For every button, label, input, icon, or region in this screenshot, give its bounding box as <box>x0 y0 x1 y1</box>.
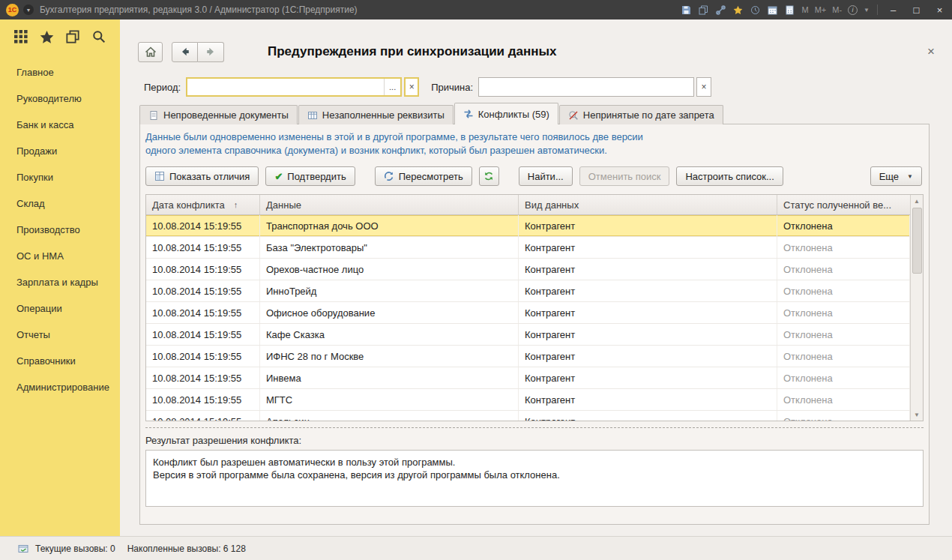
calendar-icon[interactable] <box>767 4 778 16</box>
calculator-icon[interactable] <box>784 4 795 16</box>
reason-clear-button[interactable]: × <box>696 77 711 97</box>
scroll-up-icon[interactable]: ▲ <box>911 195 923 207</box>
window-close-button[interactable]: × <box>930 3 949 17</box>
review-button[interactable]: Пересмотреть <box>375 166 472 186</box>
table-icon <box>307 110 318 121</box>
sidebar-item[interactable]: Склад <box>0 190 120 217</box>
minimize-button[interactable]: – <box>884 3 903 17</box>
column-header-data[interactable]: Данные <box>260 195 519 214</box>
sidebar-item[interactable]: Покупки <box>0 164 120 190</box>
confirm-button[interactable]: ✔ Подтвердить <box>265 166 355 186</box>
cell-data-kind: Контрагент <box>519 389 777 410</box>
sidebar-item[interactable]: Отчеты <box>0 322 120 348</box>
table-row[interactable]: 10.08.2014 15:19:55 Апельсин Контрагент … <box>146 411 910 421</box>
favorites-icon[interactable] <box>40 29 55 44</box>
configure-list-button[interactable]: Настроить список... <box>676 166 783 186</box>
period-choose-button[interactable]: ... <box>384 79 400 95</box>
sidebar-item[interactable]: Продажи <box>0 138 120 164</box>
memory-m-minus-button[interactable]: M- <box>832 5 842 14</box>
sidebar-item[interactable]: Справочники <box>0 348 120 374</box>
table-row[interactable]: 10.08.2014 15:19:55 Офисное оборудование… <box>146 302 910 324</box>
sidebar-item[interactable]: Банк и касса <box>0 112 120 138</box>
tab-rejected-by-date[interactable]: Непринятые по дате запрета <box>559 105 723 124</box>
sidebar-item[interactable]: ОС и НМА <box>0 243 120 269</box>
cell-status: Отклонена <box>777 215 910 236</box>
cell-data-kind: Контрагент <box>519 237 777 258</box>
sidebar-item[interactable]: Главное <box>0 59 120 85</box>
titlebar-more-chevron-icon[interactable]: ▼ <box>864 7 870 13</box>
reason-input[interactable] <box>479 78 693 96</box>
table-row[interactable]: 10.08.2014 15:19:55 Кафе Сказка Контраге… <box>146 324 910 346</box>
column-header-status[interactable]: Статус полученной ве... <box>777 195 910 214</box>
table-row[interactable]: 10.08.2014 15:19:55 МГТС Контрагент Откл… <box>146 389 910 411</box>
sidebar: Главное Руководителю Банк и касса Продаж… <box>0 19 120 536</box>
sidebar-item[interactable]: Руководителю <box>0 85 120 112</box>
home-button[interactable] <box>138 42 163 62</box>
table-scrollbar[interactable]: ▲ ▼ <box>910 195 923 421</box>
table-row[interactable]: 10.08.2014 15:19:55 База "Электротовары"… <box>146 237 910 259</box>
page-close-button[interactable]: × <box>922 44 940 59</box>
sidebar-item[interactable]: Администрирование <box>0 374 120 400</box>
info-text: Данные были одновременно изменены в этой… <box>145 130 924 157</box>
app-menu-chevron-icon[interactable]: ▼ <box>23 4 34 15</box>
conflicts-panel: Данные были одновременно изменены в этой… <box>139 124 930 525</box>
forward-button[interactable] <box>198 42 224 62</box>
calls-indicator-icon[interactable] <box>18 543 29 554</box>
scroll-down-icon[interactable]: ▼ <box>911 409 923 421</box>
page-header: Предупреждения при синхронизации данных … <box>120 19 952 72</box>
result-line: Конфликт был разрешен автоматически в по… <box>153 456 916 469</box>
find-button[interactable]: Найти... <box>519 166 573 186</box>
favorites-star-icon[interactable] <box>732 4 744 16</box>
save-icon[interactable] <box>681 4 692 16</box>
cell-status: Отклонена <box>777 280 910 301</box>
column-header-kind[interactable]: Вид данных <box>519 195 777 214</box>
history-icon[interactable] <box>750 4 761 16</box>
sidebar-item-label: Покупки <box>16 172 53 183</box>
tab-conflicts[interactable]: Конфликты (59) <box>454 103 558 124</box>
filter-bar: Период: ... × Причина: × <box>120 72 952 102</box>
toolbar: Показать отличия ✔ Подтвердить Пересмотр… <box>145 166 924 186</box>
search-icon[interactable] <box>91 29 106 44</box>
sidebar-item[interactable]: Производство <box>0 217 120 243</box>
table-row[interactable]: 10.08.2014 15:19:55 ИнноТрейд Контрагент… <box>146 280 910 302</box>
memory-m-plus-button[interactable]: M+ <box>815 5 827 14</box>
splitter-handle[interactable] <box>145 427 924 428</box>
table-row[interactable]: 10.08.2014 15:19:55 ИФНС 28 по г Москве … <box>146 346 910 367</box>
refresh-button[interactable] <box>479 166 499 186</box>
cell-data: Апельсин <box>260 411 519 421</box>
sidebar-item[interactable]: Зарплата и кадры <box>0 269 120 295</box>
period-input[interactable] <box>187 79 384 95</box>
blocked-search-icon <box>568 110 579 121</box>
period-clear-button[interactable]: × <box>404 77 419 97</box>
titlebar-tools: M M+ M- i ▼ <box>681 4 879 16</box>
memory-m-button[interactable]: M <box>801 5 808 14</box>
maximize-button[interactable]: □ <box>907 3 926 17</box>
sidebar-item-label: ОС и НМА <box>16 250 64 262</box>
table-header: Дата конфликта ↑ Данные Вид данных Стату… <box>146 195 910 215</box>
table-row[interactable]: 10.08.2014 15:19:55 Орехов-частное лицо … <box>146 259 910 280</box>
scrollbar-thumb[interactable] <box>912 208 922 274</box>
column-header-date[interactable]: Дата конфликта ↑ <box>146 195 260 214</box>
cell-data-kind: Контрагент <box>519 411 777 421</box>
table-row[interactable]: 10.08.2014 15:19:55 Инвема Контрагент От… <box>146 367 910 389</box>
info-icon[interactable]: i <box>848 5 858 15</box>
table-row[interactable]: 10.08.2014 15:19:55 Транспортная дочь ОО… <box>146 215 910 237</box>
cell-data-kind: Контрагент <box>519 215 777 236</box>
conflicts-table: Дата конфликта ↑ Данные Вид данных Стату… <box>145 194 924 421</box>
period-label: Период: <box>144 82 181 93</box>
cell-status: Отклонена <box>777 411 910 421</box>
sidebar-item[interactable]: Операции <box>0 295 120 322</box>
back-button[interactable] <box>172 42 198 62</box>
link-icon[interactable] <box>715 4 726 16</box>
titlebar: 1С ▼ Бухгалтерия предприятия, редакция 3… <box>0 0 952 19</box>
cancel-search-button[interactable]: Отменить поиск <box>579 166 670 186</box>
more-button[interactable]: Еще ▼ <box>870 166 922 186</box>
cell-status: Отклонена <box>777 346 910 367</box>
show-differences-button[interactable]: Показать отличия <box>145 166 259 186</box>
sections-menu-icon[interactable] <box>13 29 28 44</box>
tab-unfilled-attributes[interactable]: Незаполненные реквизиты <box>298 105 454 124</box>
tab-unposted-documents[interactable]: Непроведенные документы <box>139 105 298 124</box>
history-pages-icon[interactable] <box>65 29 80 44</box>
copy-icon[interactable] <box>698 4 709 16</box>
current-calls: Текущие вызовы: 0 <box>35 544 115 554</box>
